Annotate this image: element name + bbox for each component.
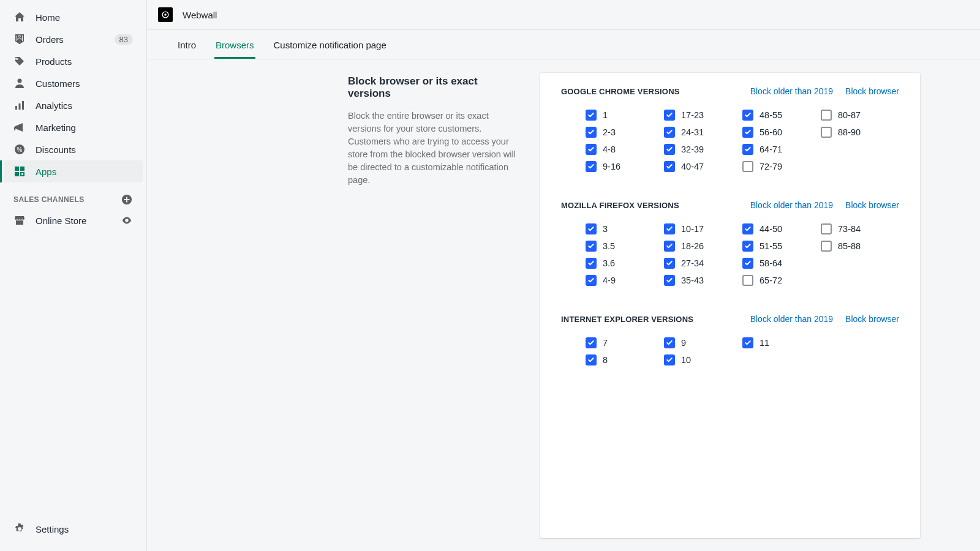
browser-versions-card: GOOGLE CHROME VERSIONSBlock older than 2… [540,73,920,538]
version-label: 51-55 [760,241,782,251]
version-checkbox[interactable]: 56-60 [742,127,821,138]
channel-label: Online Store [36,216,121,226]
version-checkbox[interactable]: 24-31 [664,127,742,138]
browser-section: GOOGLE CHROME VERSIONSBlock older than 2… [561,86,899,172]
products-icon [13,55,26,67]
version-checkbox[interactable]: 17-23 [664,110,742,121]
checkbox-icon [664,127,675,138]
version-checkbox[interactable]: 40-47 [664,161,742,172]
version-checkbox[interactable]: 85-88 [821,241,899,252]
version-checkbox[interactable]: 3 [586,223,664,234]
version-label: 44-50 [760,224,782,234]
topbar: Webwall [147,0,980,30]
browser-section-title: GOOGLE CHROME VERSIONS [561,87,680,96]
checkbox-icon [742,127,753,138]
checkbox-icon [664,354,675,365]
version-checkbox[interactable]: 58-64 [742,258,821,269]
add-channel-button[interactable] [121,193,133,206]
version-label: 18-26 [681,241,704,251]
version-checkbox[interactable]: 10 [664,354,742,365]
version-checkbox[interactable]: 9 [664,337,742,348]
version-checkbox[interactable]: 27-34 [664,258,742,269]
version-checkbox[interactable]: 10-17 [664,223,742,234]
version-label: 10 [681,355,691,365]
svg-rect-9 [15,172,19,176]
version-checkbox[interactable]: 18-26 [664,241,742,252]
version-checkbox[interactable]: 3.6 [586,258,664,269]
svg-rect-7 [15,167,19,171]
version-checkbox[interactable]: 80-87 [821,110,899,121]
checkbox-icon [586,144,597,155]
version-grid: 117-2348-5580-872-324-3156-6088-904-832-… [561,110,899,172]
version-checkbox[interactable]: 72-79 [742,161,821,172]
version-label: 65-72 [760,276,782,285]
version-checkbox[interactable]: 4-8 [586,144,664,155]
version-label: 2-3 [603,127,616,137]
version-checkbox[interactable]: 64-71 [742,144,821,155]
sidebar-item-label: Discounts [36,144,133,155]
sidebar-item-orders[interactable]: Orders83 [4,28,143,50]
checkbox-icon [821,241,832,252]
checkbox-icon [664,258,675,269]
tab-browsers[interactable]: Browsers [214,30,255,59]
version-checkbox[interactable]: 32-39 [664,144,742,155]
svg-point-1 [18,79,22,83]
block-browser-link[interactable]: Block browser [845,200,899,210]
block-older-link[interactable]: Block older than 2019 [750,86,833,96]
checkbox-icon [664,275,675,286]
checkbox-icon [664,337,675,348]
version-label: 17-23 [681,110,704,120]
sidebar-item-marketing[interactable]: Marketing [4,116,143,138]
sidebar-item-apps[interactable]: Apps [4,160,143,182]
checkbox-icon [742,258,753,269]
version-checkbox[interactable]: 1 [586,110,664,121]
version-label: 58-64 [760,258,782,268]
version-checkbox[interactable]: 88-90 [821,127,899,138]
block-older-link[interactable]: Block older than 2019 [750,200,833,210]
block-older-link[interactable]: Block older than 2019 [750,314,833,324]
version-label: 64-71 [760,144,782,154]
sidebar-item-discounts[interactable]: %Discounts [4,138,143,160]
sidebar-item-home[interactable]: Home [4,6,143,28]
version-checkbox[interactable]: 8 [586,354,664,365]
badge: 83 [115,34,133,45]
version-checkbox[interactable]: 2-3 [586,127,664,138]
sidebar-item-products[interactable]: Products [4,50,143,72]
view-store-button[interactable] [121,214,133,227]
version-checkbox[interactable]: 7 [586,337,664,348]
version-checkbox[interactable]: 65-72 [742,275,821,286]
tab-customize-notification-page[interactable]: Customize notification page [273,30,388,59]
sidebar-item-customers[interactable]: Customers [4,72,143,94]
checkbox-icon [664,144,675,155]
checkbox-icon [664,241,675,252]
sidebar-item-settings[interactable]: Settings [4,518,143,540]
sidebar-item-analytics[interactable]: Analytics [4,94,143,116]
version-label: 73-84 [838,224,861,234]
sidebar-item-label: Marketing [36,122,133,133]
version-label: 56-60 [760,127,782,137]
version-checkbox[interactable]: 3.5 [586,241,664,252]
intro-title: Block browser or its exact versions [348,75,519,100]
checkbox-icon [742,223,753,234]
version-checkbox[interactable]: 44-50 [742,223,821,234]
intro-column: Block browser or its exact versions Bloc… [176,73,519,538]
block-browser-link[interactable]: Block browser [845,86,899,96]
sidebar-channel-online-store[interactable]: Online Store [4,209,143,231]
version-label: 3.6 [603,258,615,268]
version-label: 3 [603,224,608,234]
version-checkbox[interactable]: 51-55 [742,241,821,252]
version-checkbox[interactable]: 35-43 [664,275,742,286]
block-browser-link[interactable]: Block browser [845,314,899,324]
version-checkbox[interactable]: 48-55 [742,110,821,121]
checkbox-icon [821,110,832,121]
apps-icon [13,165,26,178]
svg-rect-3 [19,103,21,110]
version-label: 48-55 [760,110,782,120]
version-checkbox[interactable]: 73-84 [821,223,899,234]
version-checkbox[interactable]: 11 [742,337,821,348]
tab-intro[interactable]: Intro [176,30,197,59]
version-grid: 310-1744-5073-843.518-2651-5585-883.627-… [561,223,899,286]
version-checkbox[interactable]: 4-9 [586,275,664,286]
checkbox-icon [742,161,753,172]
version-checkbox[interactable]: 9-16 [586,161,664,172]
